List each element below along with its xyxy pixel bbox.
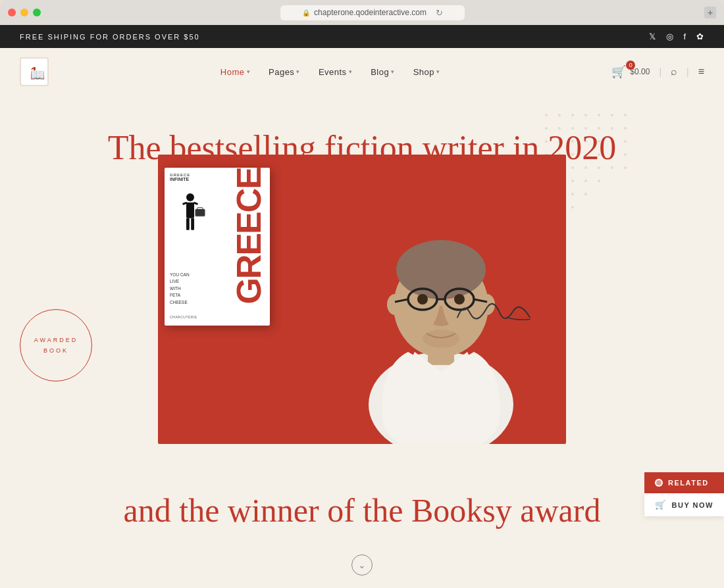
svg-point-46: [571, 206, 574, 208]
traffic-lights: [8, 9, 41, 16]
awarded-circle: AWARDED BOOK: [20, 309, 92, 381]
cart-icon-wrap[interactable]: 🛒 0 $0.00: [611, 64, 650, 79]
logo-icon: 1 📖: [20, 57, 49, 86]
nav-link-home[interactable]: Home ▾: [220, 67, 250, 77]
announcement-bar: FREE SHIPING FOR ORDERS OVER $50 𝕏 ◎ f ✿: [0, 25, 724, 48]
refresh-icon[interactable]: ↻: [436, 8, 443, 18]
book-subtitle: GREECE INFINITE: [170, 173, 190, 182]
url-text: chapterone.qodeinteractive.com: [314, 8, 427, 17]
book-description: YOU CAN LIVE WITH FETA CHEESE: [170, 272, 254, 306]
chevron-down-icon: ▾: [436, 68, 440, 75]
announcement-text: FREE SHIPING FOR ORDERS OVER $50: [20, 33, 200, 41]
twitter-icon[interactable]: 𝕏: [649, 32, 657, 41]
svg-point-23: [571, 153, 574, 156]
nav-link-pages[interactable]: Pages ▾: [269, 67, 300, 77]
svg-point-17: [584, 140, 587, 143]
scroll-down-button[interactable]: ⌄: [351, 554, 373, 576]
cart-icon: 🛒: [611, 64, 626, 79]
hero-section: // dots rendered inline The bestselling …: [0, 95, 724, 588]
svg-rect-51: [186, 218, 190, 230]
search-icon[interactable]: ⌕: [671, 66, 677, 78]
svg-point-58: [396, 240, 486, 299]
maximize-button[interactable]: [33, 9, 41, 16]
url-bar[interactable]: 🔒 chapterone.qodeinteractive.com ↻: [80, 5, 665, 20]
related-button[interactable]: RELATED: [644, 472, 724, 493]
svg-point-30: [571, 166, 574, 169]
awarded-text: AWARDED BOOK: [34, 335, 78, 356]
svg-point-34: [624, 166, 627, 169]
cart-icon-small: 🛒: [655, 500, 667, 510]
side-buttons: RELATED 🛒 BUY NOW: [644, 472, 724, 516]
close-button[interactable]: [8, 9, 16, 16]
svg-rect-48: [186, 203, 194, 218]
svg-point-19: [611, 140, 613, 143]
nav-item-home[interactable]: Home ▾: [220, 67, 250, 77]
svg-point-1: [558, 114, 561, 116]
nav-logo[interactable]: 1 📖: [20, 57, 49, 86]
chevron-down-icon: ▾: [391, 68, 395, 75]
nav-item-events[interactable]: Events ▾: [319, 67, 352, 77]
nav-item-shop[interactable]: Shop ▾: [413, 67, 440, 77]
book-bottom-text: CHARCUTERIE: [170, 314, 253, 320]
nav-link-events[interactable]: Events ▾: [319, 67, 352, 77]
svg-point-5: [611, 114, 613, 116]
browser-titlebar: 🔒 chapterone.qodeinteractive.com ↻ +: [0, 0, 724, 25]
facebook-icon[interactable]: f: [683, 32, 686, 41]
chevron-down-icon: ▾: [247, 68, 251, 75]
svg-point-37: [571, 180, 574, 182]
svg-point-10: [584, 127, 587, 130]
svg-point-9: [571, 127, 574, 130]
page-content: FREE SHIPING FOR ORDERS OVER $50 𝕏 ◎ f ✿…: [0, 25, 724, 588]
svg-point-4: [598, 114, 600, 116]
nav-bar: 1 📖 Home ▾ Pages ▾: [0, 48, 724, 95]
nav-links: Home ▾ Pages ▾ Events ▾: [220, 67, 440, 77]
nav-item-pages[interactable]: Pages ▾: [269, 67, 300, 77]
book-cover-inner: GREECE GREECE INFINITE YOU CAN LIVE WITH…: [165, 168, 270, 326]
svg-point-13: [624, 127, 627, 130]
svg-point-12: [611, 127, 613, 130]
signature: [454, 295, 533, 333]
hero-image-block: GREECE GREECE INFINITE YOU CAN LIVE WITH…: [158, 155, 566, 444]
svg-point-8: [558, 127, 561, 130]
svg-point-42: [571, 193, 574, 195]
svg-point-31: [584, 166, 587, 169]
globe-icon[interactable]: ✿: [696, 32, 705, 41]
svg-point-7: [545, 127, 548, 130]
svg-point-11: [598, 127, 600, 130]
signature-svg: [454, 295, 533, 328]
book-illustration: [170, 187, 222, 266]
nav-link-blog[interactable]: Blog ▾: [371, 67, 395, 77]
svg-rect-53: [195, 209, 205, 216]
svg-point-2: [571, 114, 574, 116]
svg-point-43: [584, 193, 587, 195]
hero-subheading: and the winner of the Booksy award: [0, 491, 724, 529]
svg-point-38: [584, 180, 587, 182]
nav-divider: |: [659, 66, 661, 77]
chevron-down-icon: ▾: [296, 68, 300, 75]
minimize-button[interactable]: [20, 9, 28, 16]
buy-now-button[interactable]: 🛒 BUY NOW: [644, 493, 724, 516]
svg-point-32: [598, 166, 600, 169]
nav-item-blog[interactable]: Blog ▾: [371, 67, 395, 77]
svg-point-3: [584, 114, 587, 116]
svg-point-66: [417, 294, 428, 305]
main-nav: Home ▾ Pages ▾ Events ▾: [220, 67, 440, 77]
hamburger-icon[interactable]: ≡: [698, 66, 704, 78]
svg-point-0: [545, 114, 548, 116]
book-cover: GREECE GREECE INFINITE YOU CAN LIVE WITH…: [165, 168, 270, 326]
svg-point-18: [598, 140, 600, 143]
svg-point-24: [584, 153, 587, 156]
svg-point-6: [624, 114, 627, 116]
svg-point-14: [545, 140, 548, 143]
nav-actions: 🛒 0 $0.00 | ⌕ | ≡: [611, 64, 704, 79]
svg-point-27: [624, 153, 627, 156]
svg-rect-52: [191, 218, 194, 230]
nav-link-shop[interactable]: Shop ▾: [413, 67, 440, 77]
instagram-icon[interactable]: ◎: [666, 32, 675, 41]
svg-point-20: [624, 140, 627, 143]
new-tab-button[interactable]: +: [704, 7, 716, 18]
related-label: RELATED: [668, 479, 709, 487]
svg-point-33: [611, 166, 613, 169]
chevron-down-icon: ⌄: [358, 560, 366, 570]
lock-icon: 🔒: [302, 9, 310, 16]
